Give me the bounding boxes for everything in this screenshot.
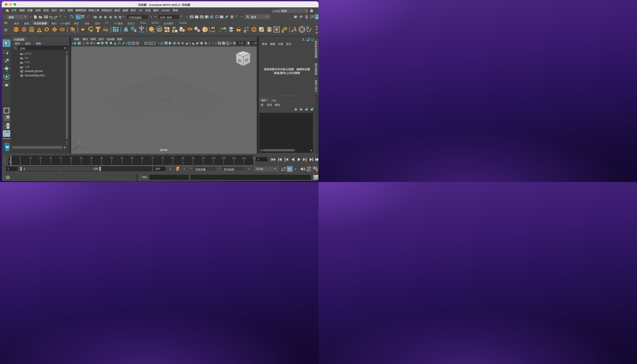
svg-text:{;}: {;} — [314, 177, 318, 180]
svg-text:0,0,0: 0,0,0 — [139, 31, 144, 33]
svg-text:右: 右 — [244, 56, 248, 63]
svg-text:svg: svg — [103, 28, 108, 32]
svg-text:x: x — [217, 16, 218, 18]
svg-text:M: M — [6, 145, 9, 149]
svg-text:A: A — [74, 42, 76, 44]
svg-text:T: T — [154, 42, 155, 44]
svg-text:AYA: AYA — [6, 149, 9, 151]
svg-text:前: 前 — [238, 57, 242, 64]
svg-text:y: y — [80, 140, 82, 142]
svg-text:IPR: IPR — [201, 16, 203, 18]
